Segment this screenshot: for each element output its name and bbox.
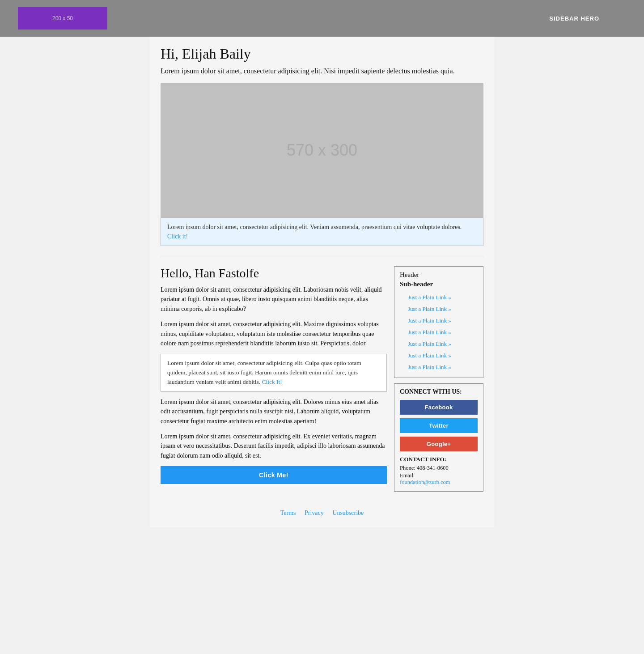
article1-intro: Lorem ipsum dolor sit amet, consectetur … [161,66,483,77]
phone-value: 408-341-0600 [417,465,449,471]
email-info: Email: foundation@zurb.com [400,472,478,486]
googleplus-button[interactable]: Google+ [400,437,478,451]
widget1-header: Header [400,271,478,279]
hero-image: 570 x 300 [161,83,483,217]
hero-image-size: 570 x 300 [287,141,357,160]
sidebar-link-6[interactable]: Just a Plain Link » [400,350,478,361]
widget1-subheader: Sub-header [400,280,478,288]
article1-caption-text: Lorem ipsum dolor sit amet, consectetur … [167,224,462,230]
article1-title: Hi, Elijah Baily [161,46,483,62]
phone-info: Phone: 408-341-0600 [400,465,478,471]
sidebar-link-7[interactable]: Just a Plain Link » [400,361,478,373]
article-full: Hi, Elijah Baily Lorem ipsum dolor sit a… [161,46,483,246]
contact-info-title: CONTACT INFO: [400,456,478,463]
article2-para2: Lorem ipsum dolor sit amet, consectetur … [161,319,387,348]
email-label: Email: [400,472,415,479]
article2-para4: Lorem ipsum dolor sit amet, consectetur … [161,432,387,461]
connect-title: CONNECT WITH US: [400,388,478,395]
sidebar-hero-label: SIDEBAR HERO [549,15,626,22]
footer-terms-link[interactable]: Terms [280,510,296,516]
logo-placeholder: 200 x 50 [18,7,107,30]
sidebar-col: Header Sub-header Just a Plain Link » Ju… [394,266,483,492]
contact-section: CONTACT INFO: Phone: 408-341-0600 Email:… [400,456,478,486]
article2-cta-button[interactable]: Click Me! [161,466,387,484]
footer-unsubscribe-link[interactable]: Unsubscribe [332,510,364,516]
main-col: Hello, Han Fastolfe Lorem ipsum dolor si… [161,266,387,492]
sidebar-link-3[interactable]: Just a Plain Link » [400,315,478,327]
phone-label: Phone: [400,465,415,471]
two-col-section: Hello, Han Fastolfe Lorem ipsum dolor si… [161,266,483,492]
sidebar-link-2[interactable]: Just a Plain Link » [400,303,478,315]
twitter-button[interactable]: Twitter [400,418,478,433]
article2-para1: Lorem ipsum dolor sit amet, consectetur … [161,285,387,314]
email-link[interactable]: foundation@zurb.com [400,479,450,485]
site-header: 200 x 50 SIDEBAR HERO [0,0,644,37]
facebook-button[interactable]: Facebook [400,400,478,415]
content-area: Hi, Elijah Baily Lorem ipsum dolor sit a… [150,37,494,492]
sidebar-link-1[interactable]: Just a Plain Link » [400,292,478,303]
article1-caption-link[interactable]: Click it! [167,233,188,240]
sidebar-link-4[interactable]: Just a Plain Link » [400,327,478,338]
page-wrapper: Hi, Elijah Baily Lorem ipsum dolor sit a… [150,37,494,527]
logo-text: 200 x 50 [52,15,73,21]
section-divider [161,257,483,257]
page-footer: Terms Privacy Unsubscribe [150,502,494,527]
article1-caption-box: Lorem ipsum dolor sit amet, consectetur … [161,217,483,246]
article2-blockquote: Lorem ipsum dolor sit amet, consectetur … [161,354,387,392]
article2-blockquote-link[interactable]: Click It! [262,378,282,385]
sidebar-link-5[interactable]: Just a Plain Link » [400,338,478,350]
sidebar-nav-widget: Header Sub-header Just a Plain Link » Ju… [394,266,483,378]
article2-para3: Lorem ipsum dolor sit amet, consectetur … [161,397,387,426]
article2-title: Hello, Han Fastolfe [161,266,387,280]
footer-privacy-link[interactable]: Privacy [305,510,324,516]
sidebar-connect-widget: CONNECT WITH US: Facebook Twitter Google… [394,383,483,492]
